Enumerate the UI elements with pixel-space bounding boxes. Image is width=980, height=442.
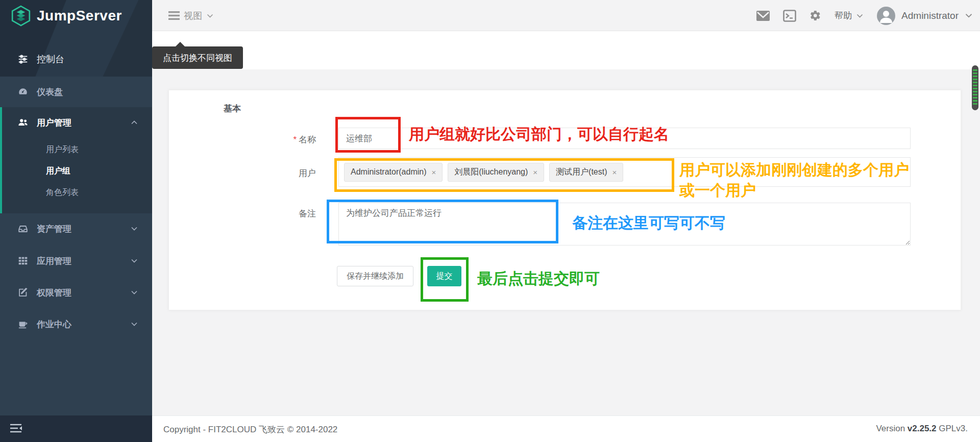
chevron-down-icon [131,258,138,263]
chevron-down-icon [131,322,138,327]
dashboard-gauge-icon [17,86,29,97]
help-dropdown[interactable]: 帮助 [835,10,864,21]
users-multiselect[interactable]: Administrator(admin) × 刘晨阳(liuchenyang) … [338,157,911,187]
form-section-title: 基本 [224,103,241,114]
chevron-up-icon [131,120,138,125]
user-group-form-card: 基本 *名称 用户 Administrator(admin) × 刘晨阳(liu… [168,90,961,310]
person-icon [877,7,895,25]
view-switch-dropdown[interactable]: 视图 [168,0,214,31]
remove-tag-icon[interactable]: × [533,168,537,177]
remove-tag-icon[interactable]: × [612,168,617,177]
chevron-down-icon [206,13,214,18]
remove-tag-icon[interactable]: × [431,168,436,177]
sidebar-group-user-management: 用户管理 用户列表 用户组 角色列表 [0,107,152,213]
sidebar: JumpServer 控制台 仪表盘 [0,0,152,442]
save-and-continue-button[interactable]: 保存并继续添加 [337,266,413,286]
user-tag[interactable]: Administrator(admin) × [344,163,443,182]
logo-text: JumpServer [37,8,122,24]
view-switch-tooltip: 点击切换不同视图 [152,46,243,69]
coffee-icon [17,318,29,330]
jumpserver-logo[interactable]: JumpServer [10,5,122,27]
copyright-text: Copyright - FIT2CLOUD 飞致云 © 2014-2022 [163,424,337,435]
sidebar-item-user-list[interactable]: 用户列表 [2,139,152,160]
chevron-down-icon [856,13,864,18]
jumpserver-logo-icon [10,5,32,27]
sliders-icon [17,54,29,65]
comment-field-label: 备注 [234,208,316,219]
sidebar-item-app-management[interactable]: 应用管理 [0,245,152,276]
annotation-text-submit: 最后点击提交即可 [477,268,600,289]
edit-icon [17,287,29,298]
user-tag[interactable]: 测试用户(test) × [549,163,623,182]
page-header-strip [152,31,980,69]
scrollbar-stripes [973,69,977,106]
avatar [877,7,895,25]
sidebar-item-label: 应用管理 [37,255,71,267]
view-switch-label: 视图 [184,10,202,22]
required-asterisk: * [293,135,297,144]
sidebar-item-user-management[interactable]: 用户管理 [0,107,152,138]
settings-button[interactable] [810,10,821,21]
collapse-sidebar-button[interactable] [9,423,24,435]
sidebar-item-job-center[interactable]: 作业中心 [0,309,152,339]
sidebar-item-label: 仪表盘 [37,86,63,98]
sidebar-item-dashboard[interactable]: 仪表盘 [0,77,152,107]
user-tag-label: Administrator(admin) [351,167,426,177]
users-field-label: 用户 [234,167,316,179]
submit-button[interactable]: 提交 [427,266,461,286]
app-window: JumpServer 控制台 仪表盘 [0,0,980,442]
vertical-scrollbar-thumb[interactable] [972,65,978,110]
sidebar-header: JumpServer 控制台 [0,0,152,77]
sidebar-item-user-group[interactable]: 用户组 [2,160,152,182]
sidebar-item-label: 资产管理 [37,223,71,235]
sidebar-item-label: 权限管理 [37,287,71,299]
sidebar-item-label: 用户列表 [46,145,79,154]
sidebar-item-role-list[interactable]: 角色列表 [2,182,152,203]
username-label: Administrator [901,10,959,21]
sidebar-item-label: 角色列表 [46,188,79,197]
comment-textarea[interactable]: 为维护公司产品正常运行 [338,203,911,245]
footer: Copyright - FIT2CLOUD 飞致云 © 2014-2022 Ve… [152,415,980,442]
user-menu-dropdown[interactable]: Administrator [877,7,973,25]
messages-button[interactable] [756,11,770,21]
user-tag-label: 刘晨阳(liuchenyang) [454,167,528,178]
name-input[interactable] [338,128,911,149]
sidebar-footer [0,415,152,442]
topbar: 视图 [152,0,980,31]
mail-icon [756,11,770,21]
chevron-down-icon [965,13,973,18]
version-number: v2.25.2 [908,424,937,433]
collapse-menu-icon [9,423,24,435]
tooltip-text: 点击切换不同视图 [163,52,232,64]
inbox-icon [17,223,29,234]
terminal-icon [783,10,796,22]
sidebar-item-label: 作业中心 [37,318,71,330]
sidebar-item-console[interactable]: 控制台 [0,48,152,70]
sidebar-item-permission-management[interactable]: 权限管理 [0,277,152,308]
chevron-down-icon [131,290,138,295]
user-tag-label: 测试用户(test) [556,167,607,178]
sidebar-item-label: 控制台 [37,53,64,65]
grid-icon [17,255,29,266]
help-label: 帮助 [835,10,852,21]
sidebar-item-label: 用户管理 [37,117,71,129]
users-icon [17,117,29,128]
version-text: Version v2.25.2 GPLv3. [876,424,968,434]
topbar-actions: 帮助 Administrator [756,0,973,31]
name-field-label: *名称 [234,134,316,145]
sidebar-item-asset-management[interactable]: 资产管理 [0,213,152,244]
chevron-down-icon [131,226,138,231]
web-terminal-button[interactable] [783,10,796,22]
sidebar-item-label: 用户组 [46,166,70,175]
gear-icon [810,10,821,21]
hamburger-icon [168,11,180,20]
user-tag[interactable]: 刘晨阳(liuchenyang) × [448,163,544,182]
